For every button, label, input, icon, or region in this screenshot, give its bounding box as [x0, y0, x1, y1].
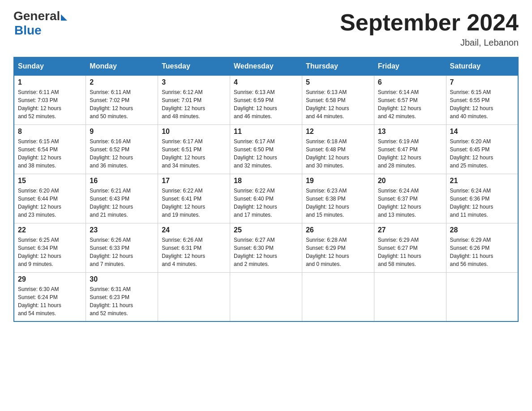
day-info: Sunrise: 6:17 AMSunset: 6:50 PMDaylight:… [234, 137, 298, 170]
day-number: 2 [90, 78, 154, 86]
day-info: Sunrise: 6:30 AMSunset: 6:24 PMDaylight:… [18, 285, 82, 317]
calendar-subtitle: Jbail, Lebanon [340, 38, 519, 48]
day-info: Sunrise: 6:29 AMSunset: 6:26 PMDaylight:… [450, 236, 514, 268]
day-cell [230, 272, 302, 321]
day-cell: 4 Sunrise: 6:13 AMSunset: 6:59 PMDayligh… [230, 75, 302, 124]
day-info: Sunrise: 6:26 AMSunset: 6:33 PMDaylight:… [90, 236, 154, 268]
day-cell: 10 Sunrise: 6:17 AMSunset: 6:51 PMDaylig… [158, 124, 230, 174]
day-info: Sunrise: 6:26 AMSunset: 6:31 PMDaylight:… [162, 236, 226, 268]
day-info: Sunrise: 6:27 AMSunset: 6:30 PMDaylight:… [234, 236, 298, 268]
col-monday: Monday [86, 57, 158, 75]
day-info: Sunrise: 6:29 AMSunset: 6:27 PMDaylight:… [378, 236, 442, 268]
day-info: Sunrise: 6:22 AMSunset: 6:40 PMDaylight:… [234, 187, 298, 219]
day-info: Sunrise: 6:15 AMSunset: 6:54 PMDaylight:… [18, 137, 82, 170]
day-cell: 20 Sunrise: 6:24 AMSunset: 6:37 PMDaylig… [374, 174, 446, 223]
logo-blue-text: Blue [14, 23, 42, 38]
day-info: Sunrise: 6:19 AMSunset: 6:47 PMDaylight:… [378, 137, 442, 170]
day-number: 15 [18, 177, 82, 185]
calendar-table: Sunday Monday Tuesday Wednesday Thursday… [13, 57, 519, 322]
day-number: 18 [234, 177, 298, 185]
day-cell: 22 Sunrise: 6:25 AMSunset: 6:34 PMDaylig… [14, 223, 86, 272]
day-number: 19 [306, 177, 370, 185]
week-row-2: 8 Sunrise: 6:15 AMSunset: 6:54 PMDayligh… [14, 124, 518, 174]
logo: General Blue [13, 9, 67, 38]
col-wednesday: Wednesday [230, 57, 302, 75]
day-cell: 19 Sunrise: 6:23 AMSunset: 6:38 PMDaylig… [302, 174, 374, 223]
day-info: Sunrise: 6:13 AMSunset: 6:58 PMDaylight:… [306, 88, 370, 120]
day-number: 17 [162, 177, 226, 185]
day-cell: 18 Sunrise: 6:22 AMSunset: 6:40 PMDaylig… [230, 174, 302, 223]
day-cell: 5 Sunrise: 6:13 AMSunset: 6:58 PMDayligh… [302, 75, 374, 124]
day-number: 9 [90, 128, 154, 136]
day-cell: 9 Sunrise: 6:16 AMSunset: 6:52 PMDayligh… [86, 124, 158, 174]
day-cell [446, 272, 518, 321]
day-info: Sunrise: 6:20 AMSunset: 6:45 PMDaylight:… [450, 137, 514, 170]
day-number: 26 [306, 226, 370, 234]
day-number: 6 [378, 78, 442, 86]
day-cell [302, 272, 374, 321]
day-info: Sunrise: 6:21 AMSunset: 6:43 PMDaylight:… [90, 187, 154, 219]
day-number: 3 [162, 78, 226, 86]
day-cell: 29 Sunrise: 6:30 AMSunset: 6:24 PMDaylig… [14, 272, 86, 321]
day-number: 27 [378, 226, 442, 234]
day-number: 12 [306, 128, 370, 136]
day-cell: 7 Sunrise: 6:15 AMSunset: 6:55 PMDayligh… [446, 75, 518, 124]
day-cell: 24 Sunrise: 6:26 AMSunset: 6:31 PMDaylig… [158, 223, 230, 272]
day-info: Sunrise: 6:22 AMSunset: 6:41 PMDaylight:… [162, 187, 226, 219]
day-info: Sunrise: 6:28 AMSunset: 6:29 PMDaylight:… [306, 236, 370, 268]
day-cell: 2 Sunrise: 6:11 AMSunset: 7:02 PMDayligh… [86, 75, 158, 124]
col-saturday: Saturday [446, 57, 518, 75]
week-row-5: 29 Sunrise: 6:30 AMSunset: 6:24 PMDaylig… [14, 272, 518, 321]
day-number: 21 [450, 177, 514, 185]
week-row-3: 15 Sunrise: 6:20 AMSunset: 6:44 PMDaylig… [14, 174, 518, 223]
logo-arrow-icon [61, 14, 67, 21]
day-number: 16 [90, 177, 154, 185]
day-cell: 16 Sunrise: 6:21 AMSunset: 6:43 PMDaylig… [86, 174, 158, 223]
day-number: 13 [378, 128, 442, 136]
day-cell: 21 Sunrise: 6:24 AMSunset: 6:36 PMDaylig… [446, 174, 518, 223]
calendar-title: September 2024 [340, 9, 519, 36]
day-number: 20 [378, 177, 442, 185]
day-number: 5 [306, 78, 370, 86]
day-info: Sunrise: 6:12 AMSunset: 7:01 PMDaylight:… [162, 88, 226, 120]
day-cell: 12 Sunrise: 6:18 AMSunset: 6:48 PMDaylig… [302, 124, 374, 174]
day-cell: 23 Sunrise: 6:26 AMSunset: 6:33 PMDaylig… [86, 223, 158, 272]
day-number: 10 [162, 128, 226, 136]
day-info: Sunrise: 6:31 AMSunset: 6:23 PMDaylight:… [90, 285, 154, 317]
day-info: Sunrise: 6:16 AMSunset: 6:52 PMDaylight:… [90, 137, 154, 170]
day-info: Sunrise: 6:24 AMSunset: 6:36 PMDaylight:… [450, 187, 514, 219]
day-info: Sunrise: 6:13 AMSunset: 6:59 PMDaylight:… [234, 88, 298, 120]
day-number: 22 [18, 226, 82, 234]
day-number: 11 [234, 128, 298, 136]
day-cell: 1 Sunrise: 6:11 AMSunset: 7:03 PMDayligh… [14, 75, 86, 124]
day-cell: 13 Sunrise: 6:19 AMSunset: 6:47 PMDaylig… [374, 124, 446, 174]
day-cell: 6 Sunrise: 6:14 AMSunset: 6:57 PMDayligh… [374, 75, 446, 124]
day-number: 24 [162, 226, 226, 234]
logo-general-text: General [13, 9, 60, 23]
page-header: General Blue September 2024 Jbail, Leban… [13, 9, 519, 48]
day-cell: 27 Sunrise: 6:29 AMSunset: 6:27 PMDaylig… [374, 223, 446, 272]
day-cell: 28 Sunrise: 6:29 AMSunset: 6:26 PMDaylig… [446, 223, 518, 272]
header-row: Sunday Monday Tuesday Wednesday Thursday… [14, 57, 518, 75]
day-info: Sunrise: 6:18 AMSunset: 6:48 PMDaylight:… [306, 137, 370, 170]
day-number: 7 [450, 78, 514, 86]
day-cell: 3 Sunrise: 6:12 AMSunset: 7:01 PMDayligh… [158, 75, 230, 124]
day-info: Sunrise: 6:15 AMSunset: 6:55 PMDaylight:… [450, 88, 514, 120]
title-block: September 2024 Jbail, Lebanon [340, 9, 519, 48]
day-cell: 25 Sunrise: 6:27 AMSunset: 6:30 PMDaylig… [230, 223, 302, 272]
day-info: Sunrise: 6:20 AMSunset: 6:44 PMDaylight:… [18, 187, 82, 219]
day-cell: 17 Sunrise: 6:22 AMSunset: 6:41 PMDaylig… [158, 174, 230, 223]
day-number: 1 [18, 78, 82, 86]
day-number: 25 [234, 226, 298, 234]
day-info: Sunrise: 6:11 AMSunset: 7:03 PMDaylight:… [18, 88, 82, 120]
day-number: 8 [18, 128, 82, 136]
day-number: 28 [450, 226, 514, 234]
day-cell: 26 Sunrise: 6:28 AMSunset: 6:29 PMDaylig… [302, 223, 374, 272]
day-number: 14 [450, 128, 514, 136]
col-friday: Friday [374, 57, 446, 75]
day-number: 30 [90, 275, 154, 283]
day-info: Sunrise: 6:17 AMSunset: 6:51 PMDaylight:… [162, 137, 226, 170]
col-tuesday: Tuesday [158, 57, 230, 75]
col-sunday: Sunday [14, 57, 86, 75]
col-thursday: Thursday [302, 57, 374, 75]
